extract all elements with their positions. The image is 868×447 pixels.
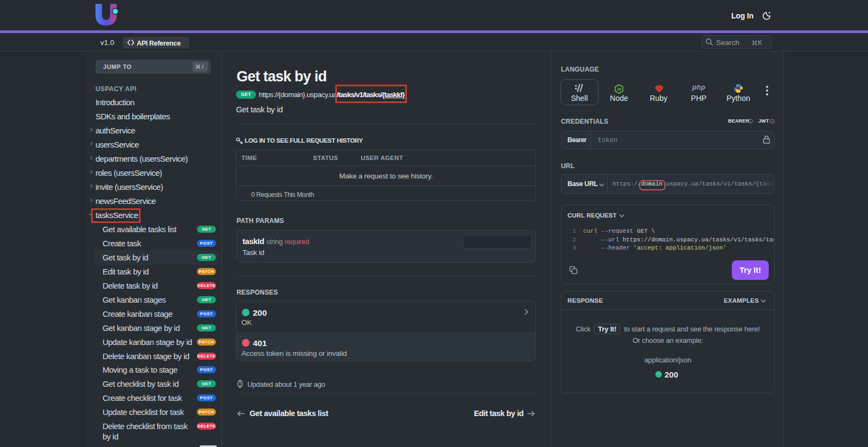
- svg-text:i: i: [750, 120, 751, 123]
- svg-text:i: i: [772, 120, 773, 123]
- svg-text:JS: JS: [617, 87, 622, 91]
